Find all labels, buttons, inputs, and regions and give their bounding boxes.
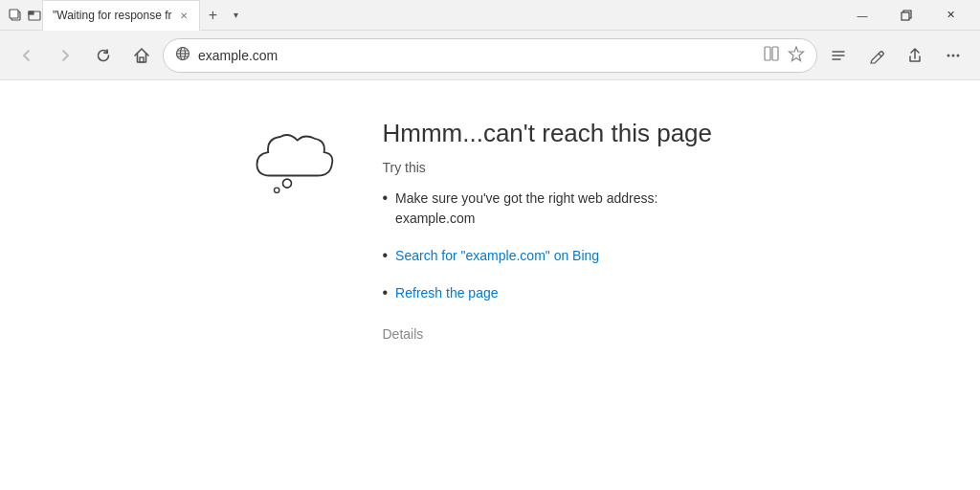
cloud-illustration bbox=[248, 119, 344, 193]
reading-view-icon[interactable] bbox=[763, 45, 780, 66]
try-this-label: Try this bbox=[382, 160, 731, 175]
notes-button[interactable] bbox=[859, 38, 894, 73]
address-input[interactable] bbox=[198, 48, 755, 63]
nav-right-icons bbox=[821, 38, 970, 73]
svg-line-17 bbox=[879, 54, 881, 56]
suggestion-1-text: Make sure you've got the right web addre… bbox=[395, 189, 731, 229]
tab-icon[interactable] bbox=[27, 8, 42, 23]
svg-point-22 bbox=[275, 188, 279, 192]
share-button[interactable] bbox=[898, 38, 932, 73]
svg-point-18 bbox=[947, 54, 950, 56]
svg-rect-4 bbox=[902, 12, 909, 20]
suggestion-3: Refresh the page bbox=[382, 283, 731, 303]
hub-button[interactable] bbox=[821, 38, 856, 73]
svg-rect-11 bbox=[765, 47, 770, 60]
home-button[interactable] bbox=[124, 38, 159, 73]
favorites-icon[interactable] bbox=[788, 45, 805, 66]
svg-rect-1 bbox=[10, 10, 18, 18]
error-title: Hmmm...can't reach this page bbox=[382, 119, 731, 148]
svg-rect-3 bbox=[29, 11, 33, 14]
details-link[interactable]: Details bbox=[382, 326, 731, 342]
refresh-button[interactable] bbox=[86, 38, 121, 73]
tab-close-button[interactable]: ✕ bbox=[178, 9, 189, 23]
tab-bar: "Waiting for response fr ✕ + ▾ bbox=[42, 0, 840, 30]
active-tab[interactable]: "Waiting for response fr ✕ bbox=[42, 0, 200, 31]
close-button[interactable]: ✕ bbox=[928, 0, 972, 31]
bing-search-link[interactable]: Search for "example.com" on Bing bbox=[395, 246, 599, 266]
tab-dropdown-button[interactable]: ▾ bbox=[227, 6, 246, 25]
more-button[interactable] bbox=[936, 38, 970, 73]
suggestion-list: Make sure you've got the right web addre… bbox=[382, 189, 731, 303]
forward-button[interactable] bbox=[48, 38, 82, 73]
suggestion-1: Make sure you've got the right web addre… bbox=[382, 189, 731, 229]
new-tab-button[interactable]: + bbox=[200, 2, 227, 29]
address-bar[interactable] bbox=[163, 38, 817, 73]
copy-icon[interactable] bbox=[8, 8, 23, 23]
restore-button[interactable] bbox=[884, 0, 928, 31]
globe-icon bbox=[175, 46, 190, 64]
minimize-button[interactable]: — bbox=[840, 0, 884, 31]
back-button[interactable] bbox=[10, 38, 44, 73]
error-text-section: Hmmm...can't reach this page Try this Ma… bbox=[382, 119, 731, 342]
cloud-svg bbox=[253, 128, 339, 193]
svg-marker-13 bbox=[790, 47, 804, 61]
tab-title: "Waiting for response fr bbox=[53, 9, 172, 22]
title-bar: "Waiting for response fr ✕ + ▾ — ✕ bbox=[0, 0, 980, 31]
svg-point-21 bbox=[283, 179, 292, 188]
svg-point-19 bbox=[952, 54, 955, 56]
title-bar-left bbox=[8, 8, 42, 23]
svg-rect-12 bbox=[772, 47, 778, 60]
window-controls: — ✕ bbox=[840, 0, 972, 31]
error-container: Hmmm...can't reach this page Try this Ma… bbox=[248, 119, 731, 342]
content-area: Hmmm...can't reach this page Try this Ma… bbox=[0, 80, 980, 490]
browser-icons bbox=[8, 8, 42, 23]
svg-point-20 bbox=[957, 54, 960, 56]
refresh-page-link[interactable]: Refresh the page bbox=[395, 283, 498, 303]
navigation-bar bbox=[0, 31, 980, 80]
suggestion-2: Search for "example.com" on Bing bbox=[382, 246, 731, 266]
